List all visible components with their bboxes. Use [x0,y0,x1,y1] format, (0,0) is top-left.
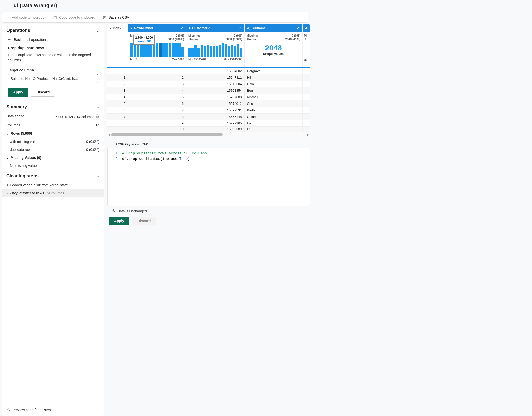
warning-icon [111,209,115,214]
summary-heading: Summary [6,104,27,110]
check-icon: ✓ [297,26,300,30]
operations-header[interactable]: Operations ⌄ [2,24,104,36]
column-stats-surname: Missing:Unique: 0 (0%)2048 (41%) 2048 Un… [244,32,302,67]
save-csv-button[interactable]: Save as CSV [102,15,129,19]
text-icon: A] [247,26,250,30]
table-row[interactable]: 91015592389H? [107,126,310,132]
hash-icon: # [110,26,111,30]
column-stats-next: MiUn Mi [302,32,310,67]
missing-rows-label: with missing values [10,140,40,144]
table-row[interactable]: 7815656148Obinna [107,113,310,120]
clipboard-icon [53,15,57,19]
apply-button[interactable]: Apply [8,88,28,97]
hash-icon: # [131,26,132,30]
back-to-operations[interactable]: ← Back to all operations [2,36,104,46]
code-apply-button[interactable]: Apply [109,217,129,225]
table-row[interactable]: 0115634602Hargrave [107,67,310,74]
svg-point-7 [113,211,113,212]
rows-header[interactable]: ⌄ Rows (5,000) [2,129,104,137]
svg-rect-1 [54,16,56,19]
check-icon: ✓ [239,26,242,30]
target-columns-select[interactable]: Balance, NumOfProducts, HasCrCard, Is… ⌄ [8,74,98,83]
column-stats-customerid: Missing:Unique: 0 (0%)5000 (100%) Min 15… [186,32,244,67]
scroll-left-icon[interactable]: ◀ [108,133,110,136]
preview-code-label: Preview code for all steps [12,408,53,412]
svg-point-5 [97,117,97,117]
add-code-button[interactable]: ＋ Add code to notebook [6,15,46,20]
code-icon [6,407,10,412]
svg-rect-3 [104,16,105,17]
hash-icon: # [189,26,191,30]
save-csv-label: Save as CSV [108,15,129,19]
columns-label: Columns [6,123,20,127]
operation-description: Drops duplicate rows based on values in … [8,52,98,63]
chevron-down-icon: ⌄ [96,105,99,109]
column-header-rownumber[interactable]: #RowNumber✓ [128,24,186,32]
chevron-down-icon: ⌄ [93,77,95,80]
page-title: df (Data Wrangler) [14,3,57,8]
data-shape-value: 5,000 rows x 14 columns [55,114,99,119]
side-panel: Operations ⌄ ← Back to all operations Dr… [2,24,104,416]
column-header-customerid[interactable]: #CustomerId✓ [186,24,244,32]
duplicate-rows-label: duplicate rows [10,148,32,152]
hash-icon: # [305,26,307,30]
code-discard-button[interactable]: Discard [132,217,156,225]
table-row[interactable]: 6715592531Bartlett [107,107,310,113]
back-arrow-icon: ← [7,37,11,42]
index-column-header[interactable]: #index [107,24,128,32]
column-header-surname[interactable]: A]Surname✓ [244,24,302,32]
operations-heading: Operations [6,28,30,33]
table-row[interactable]: 2315619304Onio [107,81,310,87]
copy-code-button[interactable]: Copy code to clipboard [53,15,95,19]
cleaning-steps-heading: Cleaning steps [6,173,39,179]
duplicate-rows-value: 0 (0.0%) [86,148,99,152]
columns-value: 14 [95,123,99,127]
target-columns-value: Balance, NumOfProducts, HasCrCard, Is… [11,77,78,81]
rows-heading: Rows (5,000) [11,131,32,135]
discard-button[interactable]: Discard [31,88,55,97]
operation-title: Drop duplicate rows [8,46,98,50]
no-missing-values: No missing values [10,164,39,168]
table-row[interactable]: 8915792365He [107,120,310,126]
cleaning-step-2[interactable]: 2 Drop duplicate rows 14 columns [2,189,104,197]
back-label: Back to all operations [14,38,48,42]
histogram-tooltip: 2,700 - 3,000 count: 300 [133,35,155,45]
chevron-down-icon: ⌄ [6,156,9,160]
column-header-next[interactable]: # [302,24,310,32]
summary-header[interactable]: Summary ⌄ [2,101,104,112]
horizontal-scrollbar[interactable]: ◀ ▶ [107,132,310,137]
plus-icon: ＋ [6,15,10,20]
svg-rect-2 [104,18,105,19]
back-arrow-icon[interactable]: ← [5,3,10,8]
missing-values-heading: Missing Values (0) [11,156,41,160]
column-stats-rownumber: 2,700 - 3,000 count: 300 Missing:Un 0 (0… [128,32,186,67]
histogram-rownumber[interactable] [130,43,184,57]
table-row[interactable]: 3415701354Boni [107,87,310,94]
histogram-customerid[interactable] [188,43,242,57]
status-text: Data is unchanged [117,209,147,213]
table-row[interactable]: 1215647311Hill [107,74,310,81]
chevron-down-icon: ⌄ [96,174,99,178]
missing-rows-value: 0 (0.0%) [86,140,99,144]
toolbar: ＋ Add code to notebook Copy code to clip… [2,12,308,23]
check-icon: ✓ [181,26,184,30]
chevron-down-icon: ⌄ [6,132,9,135]
code-editor[interactable]: 1# Drop duplicate rows across all column… [107,148,310,206]
data-shape-label: Data shape [6,114,24,119]
preview-code-link[interactable]: Preview code for all steps [2,404,104,416]
table-row[interactable]: 5615574012Chu [107,100,310,107]
scroll-right-icon[interactable]: ▶ [307,133,309,136]
target-columns-label: Target columns [8,68,98,72]
cleaning-step-1[interactable]: 1 Loaded variable 'df' from kernel state [2,181,104,189]
save-icon [102,15,106,19]
data-grid: #index #RowNumber✓ #CustomerId✓ A]Surnam… [107,24,310,137]
warning-icon [95,114,99,118]
table-row[interactable]: 4515737888Mitchell [107,94,310,100]
chevron-down-icon: ⌄ [96,29,99,33]
scrollbar-thumb[interactable] [111,133,223,136]
status-row: Data is unchanged [107,206,310,216]
missing-values-header[interactable]: ⌄ Missing Values (0) [2,154,104,162]
copy-code-label: Copy code to clipboard [59,15,95,19]
cleaning-steps-header[interactable]: Cleaning steps ⌄ [2,170,104,181]
add-code-label: Add code to notebook [12,15,46,19]
